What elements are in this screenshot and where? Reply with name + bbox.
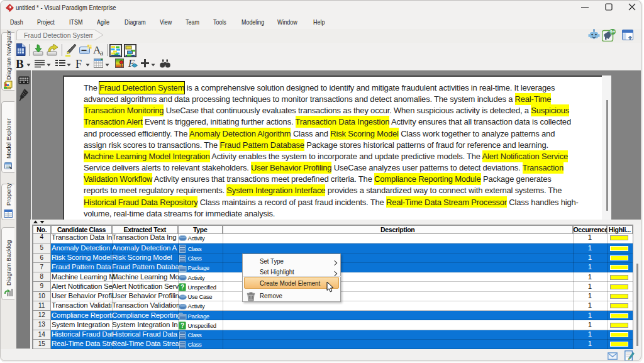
svg-text:?: ? <box>180 284 184 291</box>
svg-text:?: ? <box>180 322 184 329</box>
svg-text:a: a <box>100 48 104 56</box>
svg-text:9+: 9+ <box>610 29 616 35</box>
